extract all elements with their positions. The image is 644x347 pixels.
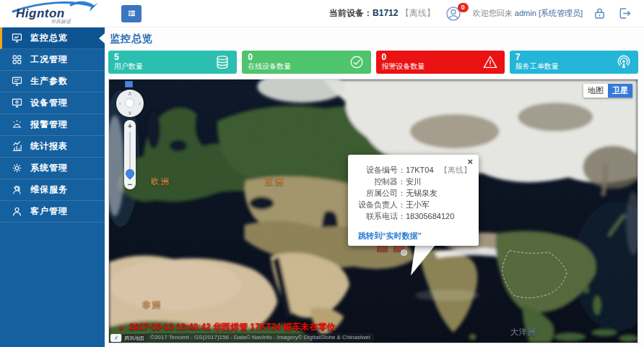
sidebar-item-maintenance-service[interactable]: 维保服务 [0, 179, 105, 201]
map-attribution: 腾讯地图 ©2017 Tencent - GS(2017)156 - Data©… [110, 333, 374, 342]
welcome-user: admin [系统管理员] [515, 9, 583, 17]
current-device-value: B1712 [373, 8, 398, 18]
grid-icon [11, 53, 23, 66]
stat-card-users[interactable]: 5 用户数量 [108, 51, 237, 74]
sidebar-item-label: 监控总览 [30, 32, 68, 44]
popup-row: 联系电话： 18305684120 [355, 210, 471, 222]
sidebar-item-customer-management[interactable]: 客户管理 [0, 201, 105, 223]
monitor-chart-icon [11, 32, 23, 44]
logo-subtitle: 华辰赫通 [51, 18, 71, 25]
sidebar-item-label: 工况管理 [30, 53, 68, 66]
pan-down-icon[interactable]: ∨ [128, 110, 132, 116]
sidebar-item-alarm-management[interactable]: 报警管理 [0, 114, 105, 136]
pan-up-icon[interactable]: ∧ [128, 90, 132, 97]
stat-card-alarm-devices[interactable]: 0 报警设备数量 [376, 51, 505, 74]
tencent-map-logo [110, 334, 121, 342]
sidebar-item-monitor-overview[interactable]: 监控总览 [0, 27, 105, 49]
map-zoom-slider: + − [124, 120, 136, 189]
stat-value: 0 [382, 53, 499, 62]
popup-row-label: 所属公司： [355, 187, 406, 199]
sidebar-item-label: 系统管理 [30, 162, 68, 174]
sidebar-item-label: 设备管理 [30, 97, 68, 109]
alarm-ticker: ● 2017-10-13 13:40:42 华西焊管 17KT24 锯车未在零位 [119, 321, 336, 333]
pan-center-button[interactable] [125, 98, 134, 108]
sidebar-item-label: 报警管理 [30, 119, 68, 131]
popup-row: 设备负责人： 王小军 [355, 199, 471, 210]
stat-label: 用户数量 [114, 62, 231, 71]
stat-card-work-orders[interactable]: 7 服务工单数量 [510, 51, 638, 74]
zoom-thumb[interactable] [124, 168, 136, 180]
sidebar-item-system-management[interactable]: 系统管理 [0, 158, 105, 179]
notification-badge: 0 [458, 3, 469, 12]
popup-row-label: 控制器： [355, 176, 406, 187]
map-type-satellite-button[interactable]: 卫星 [608, 84, 632, 98]
popup-row: 控制器： 安川 [355, 176, 471, 187]
map-type-toggle: 地图 卫星 [583, 84, 632, 98]
database-icon [214, 54, 230, 70]
monitor-lines-icon [11, 75, 23, 87]
attribution-text: ©2017 Tencent - GS(2017)156 - Data© NavI… [147, 333, 374, 342]
pan-left-icon[interactable]: ‹ [119, 100, 121, 107]
popup-close-button[interactable]: × [467, 157, 473, 166]
zoom-out-button[interactable]: − [124, 180, 136, 189]
popup-row-value: 17KT04 [406, 164, 434, 176]
popup-row: 设备编号： 17KT04 【离线】 [355, 164, 471, 176]
user-notifications-button[interactable]: 0 [445, 5, 464, 22]
map-label-africa: 非洲 [142, 299, 162, 310]
map-overview-button[interactable] [125, 81, 133, 87]
popup-device-status: 【离线】 [440, 164, 471, 176]
headset-person-icon [11, 184, 23, 196]
ticker-bullet: ● [119, 323, 123, 331]
current-device-label: 当前设备： [329, 8, 373, 18]
stat-cards: 5 用户数量 0 在线设备数量 0 报警设备数量 [108, 51, 638, 74]
welcome-text: 欢迎您回来 admin [系统管理员] [473, 8, 583, 19]
broadcast-icon [616, 54, 632, 70]
popup-row-label: 联系电话： [355, 210, 406, 222]
popup-row-value: 王小军 [406, 199, 430, 210]
lock-icon [592, 6, 607, 21]
sidebar-item-label: 生产参数 [30, 75, 68, 87]
sidebar: 监控总览 工况管理 生产参数 设备管理 报警管理 [0, 27, 105, 347]
realtime-data-link[interactable]: 跳转到“实时数据” [358, 231, 422, 241]
logout-button[interactable] [617, 6, 632, 21]
alarm-siren-icon [11, 119, 23, 131]
sidebar-item-statistics-report[interactable]: 统计报表 [0, 136, 105, 158]
map-label-asia: 亚洲 [265, 176, 285, 187]
main-content: 监控总览 5 用户数量 0 在线设备数量 0 报警设备数量 [105, 27, 644, 347]
person-icon [11, 205, 23, 218]
stat-value: 7 [515, 53, 632, 62]
pan-right-icon[interactable]: › [139, 100, 141, 107]
sidebar-item-label: 统计报表 [30, 140, 68, 153]
lock-screen-button[interactable] [592, 6, 607, 21]
brand-logo: Hignton 华辰赫通 [0, 0, 108, 27]
stat-card-online-devices[interactable]: 0 在线设备数量 [242, 51, 370, 74]
welcome-prefix: 欢迎您回来 [473, 9, 513, 17]
gear-icon [11, 162, 23, 174]
popup-row-value: 18305684120 [406, 210, 454, 222]
map-label-europe: 欧洲 [151, 176, 171, 187]
sidebar-item-label: 客户管理 [30, 205, 68, 218]
check-circle-icon [349, 54, 365, 70]
map-type-map-button[interactable]: 地图 [583, 84, 608, 98]
bar-chart-icon [11, 140, 23, 153]
popup-row: 所属公司： 无锡泉友 [355, 187, 471, 199]
stat-value: 5 [114, 53, 231, 62]
attribution-logo-text: 腾讯地图 [122, 334, 147, 342]
current-device: 当前设备：B1712 【离线】 [329, 7, 435, 20]
world-map[interactable]: 欧洲 亚洲 非洲 大洋洲 中 国 地图 卫星 ∧ ∨ ‹ › + − × [108, 79, 638, 343]
popup-row-label: 设备编号： [355, 164, 406, 176]
sidebar-item-work-condition[interactable]: 工况管理 [0, 49, 105, 71]
current-device-status: 【离线】 [401, 8, 435, 18]
stat-label: 在线设备数量 [248, 62, 365, 71]
ticker-text: 2017-10-13 13:40:42 华西焊管 17KT24 锯车未在零位 [129, 321, 335, 333]
zoom-in-button[interactable]: + [124, 121, 136, 130]
active-item-notch [99, 33, 105, 43]
logout-icon [617, 6, 632, 21]
sidebar-item-device-management[interactable]: 设备管理 [0, 93, 105, 114]
popup-row-label: 设备负责人： [355, 199, 406, 210]
sidebar-item-production-params[interactable]: 生产参数 [0, 71, 105, 93]
menu-toggle-button[interactable] [121, 5, 142, 22]
map-label-oceania: 大洋洲 [510, 327, 536, 338]
page-title: 监控总览 [110, 33, 638, 46]
device-info-popup: × 设备编号： 17KT04 【离线】 控制器： 安川 所属公司： 无锡泉友 设… [348, 155, 479, 246]
